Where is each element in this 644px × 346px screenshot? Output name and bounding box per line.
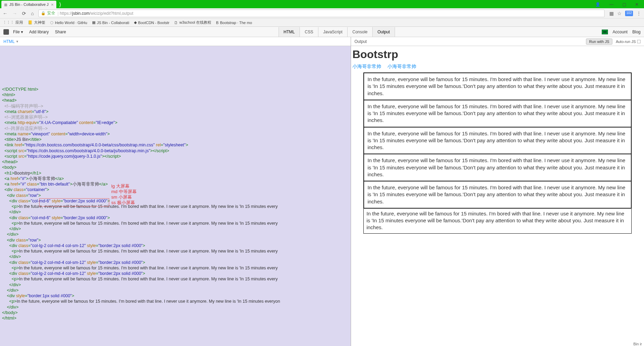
bookmark-label: 应用: [15, 20, 23, 25]
bookmark-item[interactable]: ◌Hello World · GitHu: [50, 20, 87, 25]
address-input[interactable]: 🔒 安全 | https://jsbin.com/wicizip/edit?ht…: [38, 10, 605, 17]
output-heading: Bootstrp: [352, 48, 643, 61]
tab-close-icon[interactable]: ×: [51, 2, 54, 7]
avatar-icon[interactable]: [602, 30, 608, 34]
panel-tab-console[interactable]: Console: [347, 27, 373, 37]
bookmark-item[interactable]: 📒大神签: [28, 20, 45, 25]
lock-icon: 🔒: [41, 11, 46, 15]
output-box: In the future, everyone will be famous f…: [363, 100, 632, 127]
code-editor[interactable]: lg 大屏幕 md 中等屏幕 sm 小屏幕 ss 极小屏幕 <!DOCTYPE …: [0, 46, 351, 322]
panel-tab-javascript[interactable]: JavaScript: [318, 27, 348, 37]
window-minimize-icon[interactable]: —: [609, 2, 613, 7]
html-panel-header: HTML▼: [0, 37, 351, 46]
browser-menu-icon[interactable]: ⋮: [636, 11, 641, 16]
bookmark-label: 大神签: [34, 20, 45, 25]
autorun-js-toggle[interactable]: Auto-run JS: [616, 40, 641, 44]
jsbin-toolbar: File ▾ Add library Share HTMLCSSJavaScri…: [0, 27, 644, 37]
window-maximize-icon[interactable]: ▢: [622, 2, 626, 7]
window-close-icon[interactable]: ✕: [635, 2, 639, 7]
bookmark-item[interactable]: ▦JS Bin - Collaborati: [92, 20, 129, 25]
footer-text: Bin ir: [633, 342, 642, 346]
output-box: In the future, everyone will be famous f…: [363, 154, 632, 181]
address-right-icons: ▦ ☆ 102 ⋮: [609, 11, 641, 16]
bookmark-item[interactable]: BBootstrap · The mo: [216, 21, 252, 25]
output-box: In the future, everyone will be famous f…: [363, 72, 632, 100]
run-with-js-button[interactable]: Run with JS: [586, 38, 612, 45]
output-panel-label: Output: [354, 39, 367, 44]
output-link-2[interactable]: 小海哥非常帅: [387, 64, 416, 69]
panel-tab-output[interactable]: Output: [372, 27, 395, 37]
browser-tab-bar: ▦ JS Bin - Collaborative J × ⟩ 👤 — ▢ ✕: [0, 0, 644, 8]
browser-tab[interactable]: ▦ JS Bin - Collaborative J ×: [1, 1, 56, 8]
bookmark-icon: B: [216, 21, 218, 25]
output-link-1[interactable]: 小海哥非常帅: [352, 64, 381, 69]
output-panel-header: Output Run with JS Auto-run JS: [351, 37, 644, 46]
bookmark-icon: ◌: [50, 20, 54, 25]
output-box: In the future, everyone will be famous f…: [363, 127, 632, 155]
extension-icon[interactable]: ▦: [609, 11, 614, 16]
window-controls: 👤 — ▢ ✕: [595, 2, 644, 7]
bookmark-icon: ◆: [134, 20, 137, 25]
bookmark-label: BootCDN - Bootstr: [138, 21, 169, 25]
chevron-down-icon[interactable]: ▼: [16, 40, 19, 43]
nav-home-icon[interactable]: ⌂: [31, 11, 34, 16]
bookmark-label: w3school 在线教程: [179, 20, 211, 25]
bookmarks-bar: ⋮⋮⋮应用📒大神签◌Hello World · GitHu▦JS Bin - C…: [0, 19, 644, 27]
blog-link[interactable]: Blog: [632, 30, 641, 34]
bookmark-item[interactable]: 🗋w3school 在线教程: [174, 20, 211, 25]
output-body: Bootstrp 小海哥非常帅 小海哥非常帅 In the future, ev…: [351, 46, 644, 234]
output-container: In the future, everyone will be famous f…: [352, 72, 643, 209]
bookmark-star-icon[interactable]: ☆: [617, 11, 622, 16]
share-button[interactable]: Share: [55, 30, 66, 34]
output-pane: Output Run with JS Auto-run JS Bootstrp …: [351, 37, 644, 346]
bookmark-icon: ⋮⋮⋮: [3, 20, 14, 25]
safe-label: 安全: [47, 10, 55, 16]
user-menu-icon[interactable]: 👤: [595, 2, 600, 7]
account-link[interactable]: Account: [613, 30, 628, 34]
panel-tab-html[interactable]: HTML: [279, 27, 300, 37]
bookmark-icon: ▦: [92, 20, 95, 25]
bookmark-icon: 🗋: [174, 21, 178, 25]
tab-title: JS Bin - Collaborative J: [9, 2, 48, 7]
bookmark-item[interactable]: ⋮⋮⋮应用: [3, 20, 23, 25]
jsbin-panel-tabs: HTMLCSSJavaScriptConsoleOutput: [279, 27, 395, 37]
bookmark-label: Hello World · GitHu: [55, 21, 87, 25]
browser-address-bar: ← → ⟳ ⌂ 🔒 安全 | https://jsbin.com/wicizip…: [0, 8, 644, 19]
nav-reload-icon[interactable]: ⟳: [22, 11, 26, 16]
badge-count[interactable]: 102: [625, 11, 633, 16]
bookmark-item[interactable]: ◆BootCDN - Bootstr: [134, 20, 169, 25]
output-box-thin: In the future, everyone will be famous f…: [363, 208, 632, 234]
bookmark-label: Bootstrap · The mo: [220, 21, 252, 25]
panel-tab-css[interactable]: CSS: [300, 27, 318, 37]
html-panel-label[interactable]: HTML: [3, 39, 15, 44]
file-menu[interactable]: File ▾: [13, 30, 23, 34]
workspace: HTML▼ lg 大屏幕 md 中等屏幕 sm 小屏幕 ss 极小屏幕 <!DO…: [0, 37, 644, 346]
bookmark-label: JS Bin - Collaborati: [97, 21, 129, 25]
html-editor-pane[interactable]: HTML▼ lg 大屏幕 md 中等屏幕 sm 小屏幕 ss 极小屏幕 <!DO…: [0, 37, 351, 346]
url-text: https://jsbin.com/wicizip/edit?html,outp…: [59, 11, 133, 16]
nav-forward-icon: →: [12, 11, 17, 16]
nav-back-icon[interactable]: ←: [3, 11, 8, 16]
bookmark-icon: 📒: [28, 20, 33, 25]
output-box: In the future, everyone will be famous f…: [363, 181, 632, 209]
tab-favicon-icon: ▦: [4, 3, 7, 7]
jsbin-logo-icon[interactable]: [3, 29, 9, 35]
new-tab-icon[interactable]: ⟩: [56, 1, 64, 8]
add-library-button[interactable]: Add library: [29, 30, 49, 34]
